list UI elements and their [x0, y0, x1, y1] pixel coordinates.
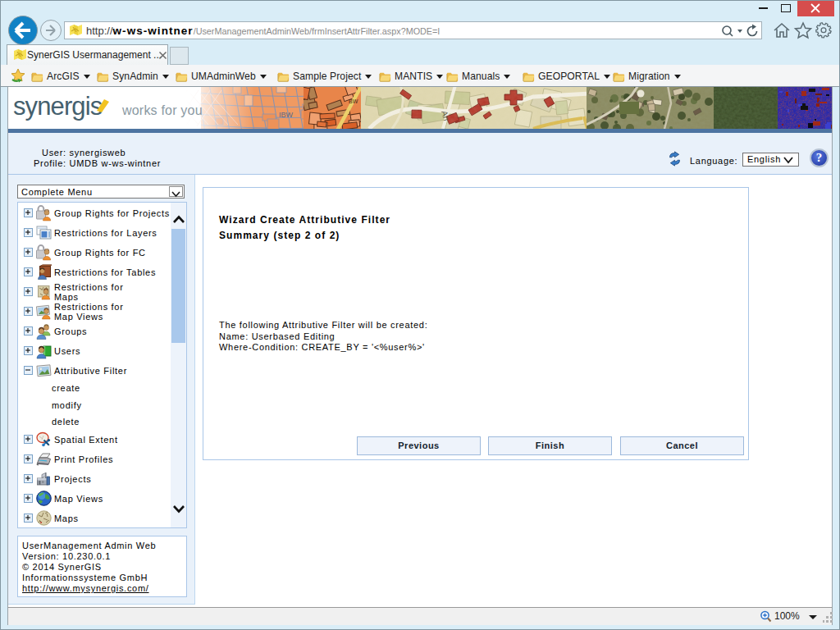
svg-text:IBW: IBW [279, 111, 294, 119]
svg-text:synergis: synergis [13, 92, 103, 121]
svg-text:works for you: works for you [121, 103, 203, 117]
svg-text:BW: BW [349, 98, 358, 104]
